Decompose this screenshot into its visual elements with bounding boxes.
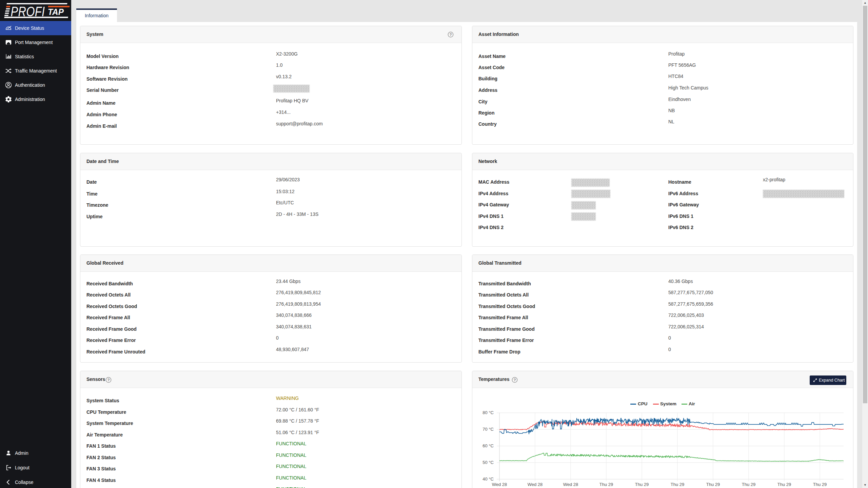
svg-text:PROFI: PROFI <box>11 3 45 19</box>
svg-text:?: ? <box>450 33 452 37</box>
svg-text:TAP: TAP <box>48 7 64 17</box>
svg-text:?: ? <box>107 378 110 382</box>
